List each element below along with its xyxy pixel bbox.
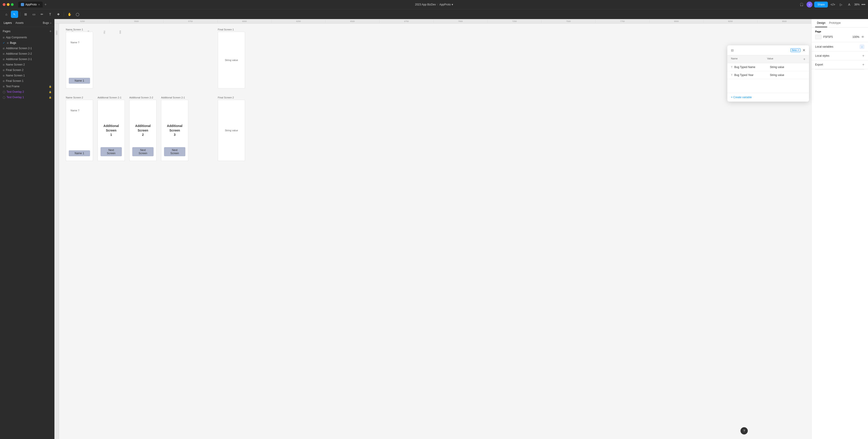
layer-item-bugs[interactable]: ✓ ⊞ Bugs [0, 40, 54, 45]
app-name-link[interactable]: AppProto ▾ [439, 3, 453, 6]
tab-prototype[interactable]: Prototype [827, 19, 842, 27]
ruler-tick: 6500 [325, 20, 379, 23]
frame-next-button[interactable]: Next Screen [164, 147, 185, 156]
modal-sidebar-icon[interactable]: ⊟ [731, 49, 734, 52]
move-tool[interactable]: ↖ [11, 11, 18, 18]
create-variable-button[interactable]: + Create variable [731, 96, 752, 99]
page-section: Page F5F5F5 100% 👁 [811, 27, 868, 42]
lock-icon: 🔒 [49, 91, 52, 93]
bugs-tab[interactable]: Bugs ∨ [43, 21, 52, 25]
active-tab[interactable]: AppProto ✕ [18, 2, 43, 7]
assets-tab[interactable]: Assets [14, 21, 25, 25]
play-icon[interactable]: ▷ [838, 1, 844, 8]
layer-item-final-screen-2[interactable]: ⊞ Final Screen 2 [0, 67, 54, 73]
canvas-area[interactable]: 5250 5500 5750 6000 6250 6500 6750 7000 … [55, 19, 811, 439]
layer-name: Additional Screen 2-2 [6, 52, 52, 55]
code-icon[interactable]: </> [830, 1, 836, 8]
pen-tool[interactable]: ✏ [38, 11, 45, 18]
layer-name: Final Screen 2 [6, 68, 52, 72]
ruler-tick: 5750 [163, 20, 217, 23]
window-controls [3, 3, 13, 6]
ruler-tick: 7250 [487, 20, 541, 23]
zoom-level[interactable]: 38% [854, 3, 860, 6]
comment-tool[interactable]: ◯ [74, 11, 81, 18]
frame-box[interactable]: String value [218, 32, 245, 88]
layer-item-name-screen-2[interactable]: ⊞ Name Screen 2 [0, 62, 54, 67]
grid-icon: ⊞ [3, 58, 4, 61]
share-button[interactable]: Share [814, 2, 828, 7]
layer-item-test-frame[interactable]: ⊞ Test Frame 🔒 [0, 84, 54, 89]
help-button[interactable]: ? [741, 427, 748, 435]
tab-favicon [21, 3, 24, 6]
variable-type-icon: T [731, 74, 733, 76]
text-tool[interactable]: T [46, 11, 54, 18]
layer-item-test-overlay-2[interactable]: ◯ Test Overlay 2 🔒 [0, 89, 54, 95]
layer-item-additional-2-2[interactable]: ⊞ Additional Screen 2-2 [0, 51, 54, 57]
home-tool[interactable]: ⌂ [3, 11, 10, 18]
modal-empty-space [727, 79, 809, 93]
modal-close-button[interactable]: ✕ [802, 48, 805, 52]
eye-icon[interactable]: 👁 [861, 35, 864, 39]
layer-name: App Components [6, 36, 52, 39]
right-panel-tabs: Design Prototype [811, 19, 868, 27]
frame-name1-button[interactable]: Name 1 [69, 78, 90, 84]
layer-item-app-components[interactable]: ⊞ App Components [0, 35, 54, 40]
grid-icon: ⊞ [3, 85, 4, 88]
local-variables-icon: ↕ [861, 45, 863, 48]
frame-box[interactable]: Name ? Name 1 [66, 32, 93, 88]
frame-box[interactable]: Additional Screen3 Next Screen [161, 100, 188, 161]
shape-tool[interactable]: ▭ [30, 11, 37, 18]
ruler-tick: 6000 [217, 20, 271, 23]
layer-item-name-screen-1[interactable]: ⊞ Name Screen 1 [0, 73, 54, 78]
lock-icon: 🔒 [49, 96, 52, 99]
layer-name: Test Overlay 1 [7, 96, 48, 99]
frame-name-screen-2: Name Screen 2 Name ? Name 1 [66, 96, 93, 161]
layer-item-test-overlay-1[interactable]: ◯ Test Overlay 1 🔒 [0, 95, 54, 100]
tab-area: AppProto ✕ + [18, 2, 46, 7]
modal-table-header: Name Value + [727, 55, 809, 63]
minimize-button[interactable] [7, 3, 9, 6]
frame-box[interactable]: Additional Screen1 Next Screen [98, 100, 125, 161]
tab-design[interactable]: Design [815, 19, 827, 27]
ruler-tick: 7000 [433, 20, 487, 23]
frame-additional-2-1-a: Additional Screen 2-1 Additional Screen1… [98, 96, 125, 161]
ruler-v-tick: 1500 [56, 30, 58, 35]
tab-close-icon[interactable]: ✕ [38, 3, 40, 6]
modal-footer: + Create variable [727, 93, 809, 102]
tool-separator-2 [64, 12, 64, 17]
hand-tool[interactable]: ✋ [66, 11, 73, 18]
frame-box[interactable]: String value [218, 100, 245, 161]
frame-box[interactable]: Additional Screen2 Next Screen [129, 100, 157, 161]
add-page-button[interactable]: + [50, 29, 52, 33]
components-tool[interactable]: ❖ [55, 11, 62, 18]
frame-name1-button[interactable]: Name 1 [69, 150, 90, 156]
close-button[interactable] [3, 3, 5, 6]
maximize-button[interactable] [11, 3, 13, 6]
add-export-button[interactable]: + [862, 63, 864, 67]
circle-icon: ◯ [3, 96, 5, 99]
variable-type-icon: T [731, 66, 733, 68]
ruler-tick: 5500 [110, 20, 163, 23]
headphones-icon[interactable]: 🎧 [798, 1, 805, 8]
frame-next-button[interactable]: Next Screen [100, 147, 122, 156]
layer-item-additional-2-1-b[interactable]: ⊞ Additional Screen 2-1 [0, 57, 54, 62]
frame-next-button[interactable]: Next Screen [132, 147, 154, 156]
avatar[interactable]: U [807, 2, 812, 7]
frame-additional-2-1-b: Additional Screen 2-1 Additional Screen3… [161, 96, 188, 161]
frame-big-text: Additional Screen3 [167, 124, 182, 137]
frame-box[interactable]: Name ? Name 1 [66, 100, 93, 161]
layer-item-additional-2-1-a[interactable]: ⊞ Additional Screen 2-1 [0, 45, 54, 51]
pages-title: Pages [3, 30, 10, 33]
color-swatch[interactable] [815, 35, 822, 39]
frame-tool[interactable]: ⊞ [22, 11, 29, 18]
app-name-text: AppProto [439, 3, 451, 6]
local-variables-button[interactable]: ↕ [860, 44, 865, 49]
add-local-style-button[interactable]: + [862, 54, 864, 58]
bugs-label: Bugs [43, 21, 49, 25]
new-tab-button[interactable]: + [44, 2, 46, 7]
layers-tab[interactable]: Layers [3, 21, 13, 25]
text-icon[interactable]: A [846, 1, 852, 8]
more-options-icon[interactable]: ••• [861, 2, 865, 7]
add-variable-column-button[interactable]: + [803, 57, 805, 61]
layer-item-final-screen-1[interactable]: ⊞ Final Screen 1 [0, 78, 54, 84]
